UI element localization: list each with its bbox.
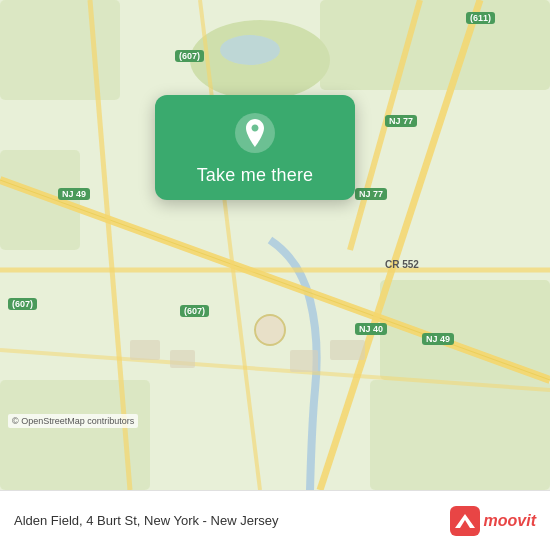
location-card: Take me there [155,95,355,200]
svg-rect-7 [370,380,550,490]
moovit-text: moovit [484,512,536,530]
svg-rect-21 [330,340,365,360]
road-label-611: (611) [466,12,495,24]
take-me-there-button[interactable]: Take me there [197,165,314,186]
road-label-nj77-1: NJ 77 [385,115,417,127]
osm-attribution: © OpenStreetMap contributors [8,414,138,428]
svg-point-17 [255,315,285,345]
road-label-cr552: CR 552 [382,258,422,271]
road-label-607-bottom: (607) [180,305,209,317]
moovit-icon [450,506,480,536]
map-pin-icon [233,111,277,155]
road-label-nj49-1: NJ 49 [58,188,90,200]
address-text: Alden Field, 4 Burt St, New York - New J… [14,513,450,528]
road-label-nj40: NJ 40 [355,323,387,335]
svg-rect-19 [170,350,195,368]
svg-rect-18 [130,340,160,360]
bottom-bar: Alden Field, 4 Burt St, New York - New J… [0,490,550,550]
svg-rect-2 [320,0,550,90]
svg-point-8 [220,35,280,65]
road-label-607-top: (607) [175,50,204,62]
map-container: (607) (611) NJ 77 NJ 77 NJ 49 CR 552 (60… [0,0,550,490]
svg-rect-5 [0,150,80,250]
svg-rect-20 [290,350,318,372]
moovit-logo[interactable]: moovit [450,506,536,536]
svg-rect-23 [450,506,480,536]
road-label-nj49-2: NJ 49 [422,333,454,345]
road-label-607-left: (607) [8,298,37,310]
svg-rect-4 [0,0,120,100]
road-label-nj77-2: NJ 77 [355,188,387,200]
